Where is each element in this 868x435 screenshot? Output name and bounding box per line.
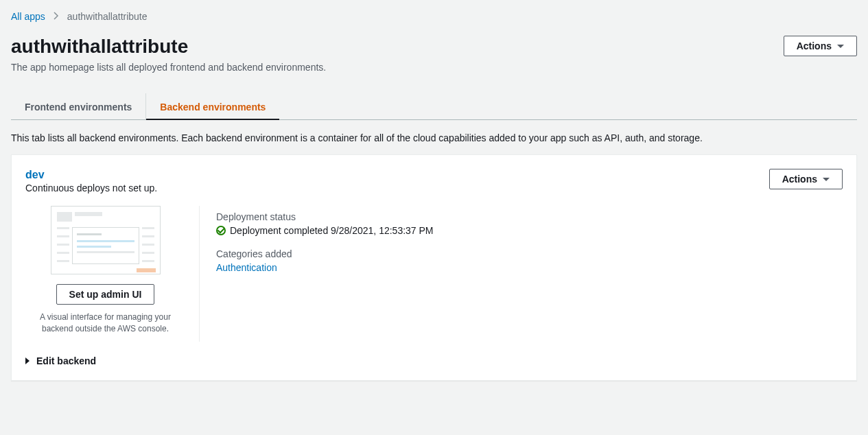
tab-frontend[interactable]: Frontend environments (11, 93, 146, 119)
tab-backend[interactable]: Backend environments (146, 93, 279, 119)
environment-actions-button[interactable]: Actions (769, 169, 843, 189)
environment-card: dev Continuous deploys not set up. Actio… (11, 154, 857, 381)
environment-subtitle: Continuous deploys not set up. (25, 183, 157, 193)
breadcrumb: All apps authwithallattribute (11, 11, 857, 22)
deployment-status-text: Deployment completed 9/28/2021, 12:53:37… (230, 225, 434, 236)
chevron-right-icon (54, 11, 59, 22)
env-actions-label: Actions (782, 174, 817, 185)
setup-description: A visual interface for managing your bac… (25, 311, 185, 335)
environment-name-link[interactable]: dev (25, 169, 157, 181)
deployment-status-label: Deployment status (216, 211, 843, 222)
page-subtitle: The app homepage lists all deployed fron… (11, 62, 857, 73)
success-check-icon (216, 226, 226, 235)
caret-right-icon (25, 357, 30, 364)
setup-admin-ui-button[interactable]: Set up admin UI (56, 284, 155, 305)
breadcrumb-current: authwithallattribute (67, 11, 148, 22)
category-authentication-link[interactable]: Authentication (216, 262, 277, 273)
breadcrumb-root-link[interactable]: All apps (11, 11, 45, 22)
edit-backend-toggle[interactable]: Edit backend (25, 355, 843, 366)
tab-description: This tab lists all backend environments.… (11, 120, 857, 154)
tabs: Frontend environments Backend environmen… (11, 93, 857, 120)
caret-down-icon (823, 178, 830, 181)
categories-added-label: Categories added (216, 248, 843, 259)
page-actions-button[interactable]: Actions (784, 36, 857, 56)
page-title: authwithallattribute (11, 36, 188, 58)
caret-down-icon (837, 45, 844, 48)
edit-backend-label: Edit backend (36, 355, 96, 366)
actions-label: Actions (797, 40, 832, 51)
admin-ui-preview-icon (51, 206, 161, 274)
